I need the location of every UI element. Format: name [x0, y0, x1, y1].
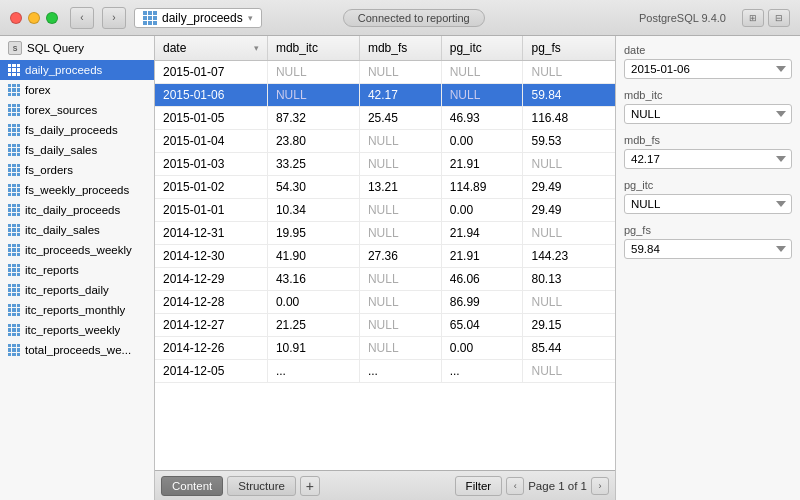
table-header: date▾mdb_itcmdb_fspg_itcpg_fs	[155, 36, 615, 61]
sidebar-item-itc-reports-monthly[interactable]: itc_reports_monthly	[0, 300, 154, 320]
cell-mdb_itc: 21.25	[267, 314, 359, 337]
sidebar-item-label: itc_reports_monthly	[25, 304, 125, 316]
table-row[interactable]: 2015-01-0110.34NULL0.0029.49	[155, 199, 615, 222]
table-icon	[8, 124, 20, 136]
field-label-date: date	[624, 44, 792, 56]
sidebar-item-forex[interactable]: forex	[0, 80, 154, 100]
main-area: S SQL Query daily_proceeds forex forex_s…	[0, 36, 800, 500]
field-select-date[interactable]: 2015-01-06	[624, 59, 792, 79]
sidebar-item-daily-proceeds[interactable]: daily_proceeds	[0, 60, 154, 80]
cell-pg_fs: NULL	[523, 61, 615, 84]
sidebar-item-label: total_proceeds_we...	[25, 344, 131, 356]
table-icon	[8, 344, 20, 356]
filter-button[interactable]: Filter	[455, 476, 503, 496]
sidebar-item-label: itc_daily_sales	[25, 224, 100, 236]
field-select-pg_itc[interactable]: NULL	[624, 194, 792, 214]
connection-badge: Connected to reporting	[343, 9, 485, 27]
prev-page-button[interactable]: ‹	[506, 477, 524, 495]
cell-mdb_itc: 41.90	[267, 245, 359, 268]
sidebar-item-fs-orders[interactable]: fs_orders	[0, 160, 154, 180]
table-row[interactable]: 2014-12-3119.95NULL21.94NULL	[155, 222, 615, 245]
cell-mdb_itc: 0.00	[267, 291, 359, 314]
cell-mdb_itc: NULL	[267, 61, 359, 84]
field-select-mdb_itc[interactable]: NULL	[624, 104, 792, 124]
table-icon	[8, 184, 20, 196]
cell-mdb_fs: 27.36	[359, 245, 441, 268]
table-row[interactable]: 2015-01-07NULLNULLNULLNULL	[155, 61, 615, 84]
sidebar-item-itc-daily-proceeds[interactable]: itc_daily_proceeds	[0, 200, 154, 220]
cell-pg_fs: NULL	[523, 222, 615, 245]
maximize-button[interactable]	[46, 12, 58, 24]
sidebar-item-itc-reports-daily[interactable]: itc_reports_daily	[0, 280, 154, 300]
back-button[interactable]: ‹	[70, 7, 94, 29]
field-group-mdb_fs: mdb_fs 42.17	[624, 134, 792, 169]
field-group-pg_itc: pg_itc NULL	[624, 179, 792, 214]
col-header-mdb_itc[interactable]: mdb_itc	[267, 36, 359, 61]
col-header-mdb_fs[interactable]: mdb_fs	[359, 36, 441, 61]
cell-date: 2014-12-31	[155, 222, 267, 245]
col-header-pg_itc[interactable]: pg_itc	[441, 36, 523, 61]
forward-button[interactable]: ›	[102, 7, 126, 29]
table-icon	[8, 84, 20, 96]
sidebar-item-itc-reports[interactable]: itc_reports	[0, 260, 154, 280]
cell-date: 2014-12-28	[155, 291, 267, 314]
cell-pg_itc: 21.91	[441, 245, 523, 268]
window-buttons: ⊞ ⊟	[742, 9, 790, 27]
table-row[interactable]: 2015-01-0423.80NULL0.0059.53	[155, 130, 615, 153]
sidebar-item-sql-query[interactable]: S SQL Query	[0, 36, 154, 60]
cell-pg_fs: 29.49	[523, 176, 615, 199]
table-icon	[8, 244, 20, 256]
table-row[interactable]: 2014-12-3041.9027.3621.91144.23	[155, 245, 615, 268]
fullscreen-button[interactable]: ⊟	[768, 9, 790, 27]
field-label-mdb_fs: mdb_fs	[624, 134, 792, 146]
cell-date: 2015-01-05	[155, 107, 267, 130]
sidebar-item-total-proceeds-we---[interactable]: total_proceeds_we...	[0, 340, 154, 360]
page-info: Page 1 of 1	[528, 480, 587, 492]
tab-content[interactable]: Content	[161, 476, 223, 496]
col-header-date[interactable]: date▾	[155, 36, 267, 61]
table-icon	[8, 104, 20, 116]
table-row[interactable]: 2015-01-06NULL42.17NULL59.84	[155, 84, 615, 107]
data-table: date▾mdb_itcmdb_fspg_itcpg_fs 2015-01-07…	[155, 36, 615, 383]
field-select-mdb_fs[interactable]: 42.17	[624, 149, 792, 169]
table-row[interactable]: 2014-12-280.00NULL86.99NULL	[155, 291, 615, 314]
sidebar-item-itc-proceeds-weekly[interactable]: itc_proceeds_weekly	[0, 240, 154, 260]
sidebar-item-itc-daily-sales[interactable]: itc_daily_sales	[0, 220, 154, 240]
cell-mdb_fs: NULL	[359, 268, 441, 291]
next-page-button[interactable]: ›	[591, 477, 609, 495]
table-row[interactable]: 2014-12-2610.91NULL0.0085.44	[155, 337, 615, 360]
cell-pg_itc: 21.91	[441, 153, 523, 176]
sidebar-item-label: itc_proceeds_weekly	[25, 244, 132, 256]
sidebar-item-label: itc_reports_daily	[25, 284, 109, 296]
sidebar-item-fs-weekly-proceeds[interactable]: fs_weekly_proceeds	[0, 180, 154, 200]
sidebar-item-itc-reports-weekly[interactable]: itc_reports_weekly	[0, 320, 154, 340]
sidebar-item-fs-daily-proceeds[interactable]: fs_daily_proceeds	[0, 120, 154, 140]
cell-pg_itc: 114.89	[441, 176, 523, 199]
table-icon	[8, 224, 20, 236]
table-row[interactable]: 2014-12-05.........NULL	[155, 360, 615, 383]
cell-pg_fs: 29.49	[523, 199, 615, 222]
sidebar-item-label: itc_reports	[25, 264, 79, 276]
sidebar-item-fs-daily-sales[interactable]: fs_daily_sales	[0, 140, 154, 160]
traffic-lights	[10, 12, 58, 24]
table-row[interactable]: 2015-01-0254.3013.21114.8929.49	[155, 176, 615, 199]
cell-mdb_fs: NULL	[359, 199, 441, 222]
cell-pg_fs: 29.15	[523, 314, 615, 337]
sidebar-label-sql: SQL Query	[27, 42, 84, 54]
cell-mdb_itc: 33.25	[267, 153, 359, 176]
add-button[interactable]: +	[300, 476, 320, 496]
close-button[interactable]	[10, 12, 22, 24]
tab-structure[interactable]: Structure	[227, 476, 296, 496]
table-row[interactable]: 2015-01-0333.25NULL21.91NULL	[155, 153, 615, 176]
sidebar-item-forex-sources[interactable]: forex_sources	[0, 100, 154, 120]
table-row[interactable]: 2015-01-0587.3225.4546.93116.48	[155, 107, 615, 130]
col-header-pg_fs[interactable]: pg_fs	[523, 36, 615, 61]
table-body: 2015-01-07NULLNULLNULLNULL2015-01-06NULL…	[155, 61, 615, 383]
cell-mdb_itc: 43.16	[267, 268, 359, 291]
cell-pg_fs: 59.53	[523, 130, 615, 153]
split-view-button[interactable]: ⊞	[742, 9, 764, 27]
table-row[interactable]: 2014-12-2943.16NULL46.0680.13	[155, 268, 615, 291]
minimize-button[interactable]	[28, 12, 40, 24]
field-select-pg_fs[interactable]: 59.84	[624, 239, 792, 259]
table-row[interactable]: 2014-12-2721.25NULL65.0429.15	[155, 314, 615, 337]
